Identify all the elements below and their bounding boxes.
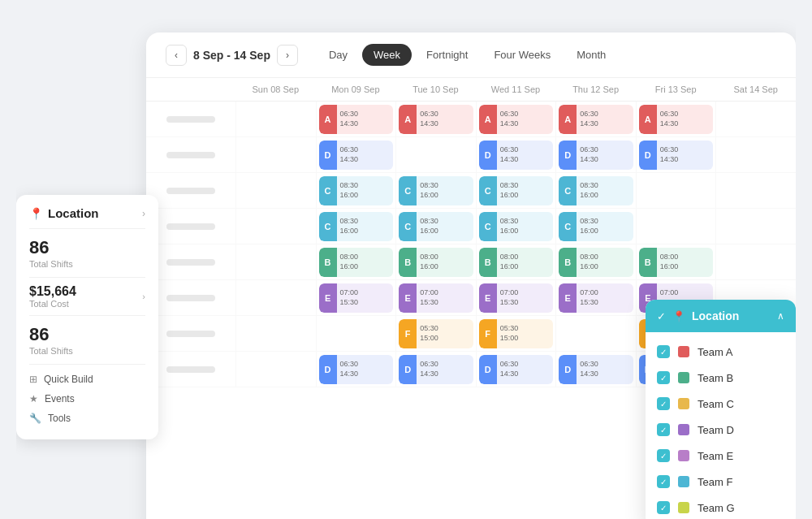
shift-letter: D [399,355,417,384]
tab-four-weeks[interactable]: Four Weeks [482,44,562,66]
quick-build-item[interactable]: ⊞ Quick Build [29,370,145,389]
cell-r4-wed[interactable]: C 08:30 16:00 [476,209,556,244]
shift-block[interactable]: D 06:30 14:30 [559,355,633,384]
dropdown-team-e[interactable]: ✓ Team E [646,443,796,469]
shift-block[interactable]: D 06:30 14:30 [399,355,473,384]
shift-block[interactable]: C 08:30 16:00 [319,176,394,205]
shift-block[interactable]: D 06:30 14:30 [479,141,554,170]
shift-block[interactable]: C 08:30 16:00 [399,176,473,205]
shift-block[interactable]: E 07:00 15:30 [319,283,394,313]
cell-r8-mon[interactable]: D 06:30 14:30 [316,352,396,387]
tools-item[interactable]: 🔧 Tools [29,409,145,428]
cell-r5-thu[interactable]: B 08:00 16:00 [555,244,636,280]
shift-block[interactable]: B 08:00 16:00 [639,248,714,277]
outer-container: ‹ 8 Sep - 14 Sep › Day Week Fortnight Fo… [16,16,796,519]
shift-block[interactable]: E 07:00 15:30 [399,283,473,313]
shift-block[interactable]: C 08:30 16:00 [479,212,554,241]
shift-block[interactable]: B 08:00 16:00 [399,248,473,277]
cell-r8-wed[interactable]: D 06:30 14:30 [476,352,556,387]
tab-day[interactable]: Day [317,44,359,66]
cell-r7-tue[interactable]: F 05:30 15:00 [395,316,476,352]
cell-r2-thu[interactable]: D 06:30 14:30 [555,137,636,173]
shift-block[interactable]: D 06:30 14:30 [639,141,714,170]
cell-r3-tue[interactable]: C 08:30 16:00 [395,173,476,209]
cell-r6-tue[interactable]: E 07:00 15:30 [395,280,476,316]
team-b-checkbox[interactable]: ✓ [657,371,670,384]
shift-block[interactable]: E 07:00 15:30 [479,283,554,313]
cell-r4-tue[interactable]: C 08:30 16:00 [395,209,476,244]
cell-r4-mon[interactable]: C 08:30 16:00 [316,209,396,244]
dropdown-team-g[interactable]: ✓ Team G [646,495,796,519]
shift-block[interactable]: A 06:30 14:30 [399,105,473,134]
cell-r1-tue[interactable]: A 06:30 14:30 [395,102,476,137]
team-d-checkbox[interactable]: ✓ [657,423,670,436]
shift-letter: C [559,212,577,241]
shift-block[interactable]: C 08:30 16:00 [559,176,633,205]
shift-block[interactable]: D 06:30 14:30 [319,355,394,384]
shift-block[interactable]: A 06:30 14:30 [319,105,394,134]
cell-r1-fri[interactable]: A 06:30 14:30 [636,102,716,137]
team-c-checkbox[interactable]: ✓ [657,397,670,410]
cell-r5-tue[interactable]: B 08:00 16:00 [395,244,476,280]
cell-r3-thu[interactable]: C 08:30 16:00 [555,173,636,209]
cell-r5-fri[interactable]: B 08:00 16:00 [636,244,716,280]
dropdown-team-d[interactable]: ✓ Team D [646,417,796,443]
shift-times: 06:30 14:30 [337,358,394,380]
cell-r2-wed[interactable]: D 06:30 14:30 [476,137,556,173]
cell-r3-wed[interactable]: C 08:30 16:00 [476,173,556,209]
prev-button[interactable]: ‹ [166,45,187,66]
dropdown-team-b[interactable]: ✓ Team B [646,365,796,391]
shift-block[interactable]: C 08:30 16:00 [399,212,473,241]
dropdown-team-c[interactable]: ✓ Team C [646,391,796,417]
shift-block[interactable]: E 07:00 15:30 [559,283,633,313]
total-cost-block[interactable]: $15,664 Total Cost › [16,278,158,315]
shift-block[interactable]: B 08:00 16:00 [319,248,394,277]
cell-r5-wed[interactable]: B 08:00 16:00 [476,244,556,280]
shift-block[interactable]: D 06:30 14:30 [479,355,554,384]
shift-block[interactable]: F 05:30 15:00 [479,319,554,348]
cell-r6-wed[interactable]: E 07:00 15:30 [476,280,556,316]
tab-fortnight[interactable]: Fortnight [415,44,479,66]
events-item[interactable]: ★ Events [29,389,145,409]
cell-r6-thu[interactable]: E 07:00 15:30 [555,280,636,316]
shift-block[interactable]: A 06:30 14:30 [479,105,554,134]
team-a-checkbox[interactable]: ✓ [657,345,670,358]
dropdown-team-a[interactable]: ✓ Team A [646,339,796,365]
shift-block[interactable]: B 08:00 16:00 [559,248,633,277]
cell-r1-mon[interactable]: A 06:30 14:30 [316,102,396,137]
team-e-checkbox[interactable]: ✓ [657,449,670,462]
dropdown-header[interactable]: ✓ 📍 Location ∧ [646,300,796,332]
cell-r2-tue [395,137,476,173]
cell-r2-fri[interactable]: D 06:30 14:30 [636,137,716,173]
shift-block[interactable]: A 06:30 14:30 [559,105,633,134]
shift-block[interactable]: F 05:30 15:00 [399,319,473,348]
shift-times: 08:30 16:00 [577,215,633,237]
tab-week[interactable]: Week [362,44,412,66]
shift-block[interactable]: C 08:30 16:00 [319,212,394,241]
cell-r2-mon[interactable]: D 06:30 14:30 [316,137,396,173]
cell-r1-thu[interactable]: A 06:30 14:30 [555,102,636,137]
location-header[interactable]: 📍 Location › [16,195,158,228]
shift-block[interactable]: D 06:30 14:30 [559,141,633,170]
cell-r5-mon[interactable]: B 08:00 16:00 [316,244,396,280]
cell-r4-thu[interactable]: C 08:30 16:00 [555,209,636,244]
cell-r6-mon[interactable]: E 07:00 15:30 [316,280,396,316]
cell-r3-mon[interactable]: C 08:30 16:00 [316,173,396,209]
cell-r8-thu[interactable]: D 06:30 14:30 [555,352,636,387]
next-button[interactable]: › [277,45,298,66]
shift-letter: B [479,248,497,277]
cell-r8-tue[interactable]: D 06:30 14:30 [395,352,476,387]
cell-r1-wed[interactable]: A 06:30 14:30 [476,102,556,137]
shift-block[interactable]: D 06:30 14:30 [319,141,394,170]
cell-r7-wed[interactable]: F 05:30 15:00 [476,316,556,352]
shift-block[interactable]: C 08:30 16:00 [479,176,554,205]
check-icon: ✓ [660,400,667,409]
shift-block[interactable]: C 08:30 16:00 [559,212,633,241]
tab-month[interactable]: Month [565,44,617,66]
total-cost-value: $15,664 [29,284,76,299]
team-f-checkbox[interactable]: ✓ [657,475,670,488]
shift-block[interactable]: A 06:30 14:30 [639,105,714,134]
team-g-checkbox[interactable]: ✓ [657,501,670,514]
shift-block[interactable]: B 08:00 16:00 [479,248,554,277]
dropdown-team-f[interactable]: ✓ Team F [646,469,796,495]
